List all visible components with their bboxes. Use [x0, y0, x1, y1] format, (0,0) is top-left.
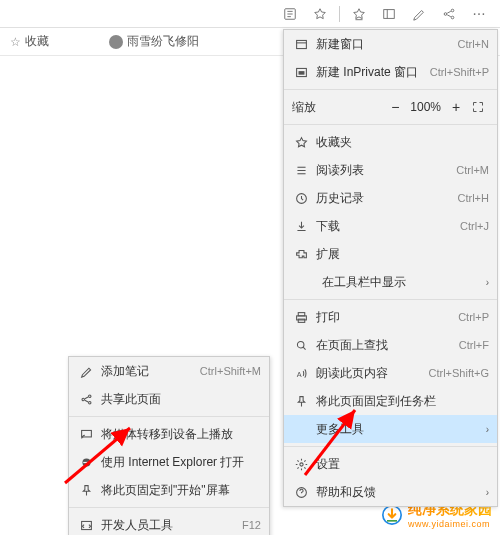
zoom-label: 缩放 — [292, 99, 316, 116]
menu-separator — [284, 124, 497, 125]
svg-point-12 — [483, 13, 485, 15]
menu-downloads[interactable]: 下载 Ctrl+J — [284, 212, 497, 240]
bookmark-user[interactable]: 雨雪纷飞修阳 — [109, 33, 199, 50]
more-tools-submenu: 添加笔记 Ctrl+Shift+M 共享此页面 将媒体转移到设备上播放 使用 I… — [68, 356, 270, 535]
menu-label: 扩展 — [316, 246, 489, 263]
avatar-icon — [109, 35, 123, 49]
bookmark-label: 雨雪纷飞修阳 — [127, 33, 199, 50]
read-aloud-icon: A — [292, 367, 310, 380]
menu-extensions[interactable]: 扩展 — [284, 240, 497, 268]
toolbar-separator — [339, 6, 340, 22]
reading-view-button[interactable] — [275, 0, 305, 28]
share-button[interactable] — [434, 0, 464, 28]
ie-icon — [77, 456, 95, 469]
menu-separator — [69, 416, 269, 417]
notes-icon — [77, 365, 95, 378]
menu-label: 新建窗口 — [316, 36, 458, 53]
menu-pin-taskbar[interactable]: 将此页面固定到任务栏 — [284, 387, 497, 415]
zoom-in-button[interactable]: + — [445, 96, 467, 118]
chevron-right-icon: › — [486, 424, 489, 435]
submenu-devtools[interactable]: 开发人员工具 F12 — [69, 511, 269, 535]
zoom-out-button[interactable]: − — [384, 96, 406, 118]
menu-find[interactable]: 在页面上查找 Ctrl+F — [284, 331, 497, 359]
browser-toolbar — [0, 0, 500, 28]
submenu-pin-start[interactable]: 将此页固定到"开始"屏幕 — [69, 476, 269, 504]
menu-label: 添加笔记 — [101, 363, 200, 380]
menu-label: 历史记录 — [316, 190, 458, 207]
menu-shortcut: F12 — [242, 519, 261, 531]
menu-label: 将此页面固定到任务栏 — [316, 393, 489, 410]
menu-separator — [69, 507, 269, 508]
menu-print[interactable]: 打印 Ctrl+P — [284, 303, 497, 331]
svg-line-33 — [84, 400, 87, 402]
star-icon — [292, 136, 310, 149]
menu-shortcut: Ctrl+Shift+G — [428, 367, 489, 379]
menu-separator — [284, 89, 497, 90]
svg-point-7 — [451, 9, 454, 12]
menu-label: 共享此页面 — [101, 391, 261, 408]
menu-label: 收藏夹 — [316, 134, 489, 151]
menu-label: 在工具栏中显示 — [322, 274, 482, 291]
menu-read-aloud[interactable]: A 朗读此页内容 Ctrl+Shift+G — [284, 359, 497, 387]
svg-rect-16 — [299, 71, 304, 73]
menu-more-tools[interactable]: 更多工具 › — [284, 415, 497, 443]
menu-shortcut: Ctrl+F — [459, 339, 489, 351]
svg-point-24 — [297, 341, 304, 348]
reading-icon — [292, 164, 310, 177]
bookmark-favorites[interactable]: ☆ 收藏 — [10, 33, 49, 50]
submenu-share[interactable]: 共享此页面 — [69, 385, 269, 413]
print-icon — [292, 311, 310, 324]
zoom-value: 100% — [406, 100, 445, 114]
menu-settings[interactable]: 设置 — [284, 450, 497, 478]
menu-shortcut: Ctrl+P — [458, 311, 489, 323]
main-menu: 新建窗口 Ctrl+N 新建 InPrivate 窗口 Ctrl+Shift+P… — [283, 29, 498, 507]
chevron-right-icon: › — [486, 277, 489, 288]
download-icon — [292, 220, 310, 233]
submenu-add-notes[interactable]: 添加笔记 Ctrl+Shift+M — [69, 357, 269, 385]
menu-label: 将媒体转移到设备上播放 — [101, 426, 261, 443]
bookmark-label: 收藏 — [25, 33, 49, 50]
menu-help[interactable]: 帮助和反馈 › — [284, 478, 497, 506]
more-menu-button[interactable] — [464, 0, 494, 28]
menu-shortcut: Ctrl+Shift+M — [200, 365, 261, 377]
notes-button[interactable] — [404, 0, 434, 28]
watermark-url: www.yidaimei.com — [408, 519, 492, 529]
inprivate-icon — [292, 66, 310, 79]
svg-point-29 — [88, 395, 90, 397]
svg-line-32 — [84, 397, 87, 399]
menu-label: 将此页固定到"开始"屏幕 — [101, 482, 261, 499]
devtools-icon — [77, 519, 95, 532]
menu-shortcut: Ctrl+H — [458, 192, 489, 204]
menu-history[interactable]: 历史记录 Ctrl+H — [284, 184, 497, 212]
svg-point-27 — [299, 462, 302, 465]
menu-shortcut: Ctrl+Shift+P — [430, 66, 489, 78]
menu-favorites[interactable]: 收藏夹 — [284, 128, 497, 156]
svg-line-25 — [303, 347, 305, 349]
svg-rect-13 — [296, 40, 306, 48]
menu-label: 更多工具 — [316, 421, 482, 438]
svg-point-11 — [478, 13, 480, 15]
submenu-cast[interactable]: 将媒体转移到设备上播放 — [69, 420, 269, 448]
menu-label: 新建 InPrivate 窗口 — [316, 64, 430, 81]
svg-rect-23 — [298, 319, 305, 322]
fullscreen-button[interactable] — [467, 96, 489, 118]
extension-icon — [292, 248, 310, 261]
menu-new-window[interactable]: 新建窗口 Ctrl+N — [284, 30, 497, 58]
svg-point-10 — [474, 13, 476, 15]
menu-label: 朗读此页内容 — [316, 365, 428, 382]
menu-new-inprivate[interactable]: 新建 InPrivate 窗口 Ctrl+Shift+P — [284, 58, 497, 86]
history-icon — [292, 192, 310, 205]
menu-show-in-toolbar[interactable]: 在工具栏中显示 › — [284, 268, 497, 296]
settings-icon — [292, 458, 310, 471]
menu-label: 开发人员工具 — [101, 517, 242, 534]
favorites-bar-button[interactable] — [344, 0, 374, 28]
menu-separator — [284, 299, 497, 300]
svg-rect-5 — [384, 9, 395, 18]
submenu-open-ie[interactable]: 使用 Internet Explorer 打开 — [69, 448, 269, 476]
menu-separator — [284, 446, 497, 447]
favorite-button[interactable] — [305, 0, 335, 28]
hub-button[interactable] — [374, 0, 404, 28]
menu-reading-list[interactable]: 阅读列表 Ctrl+M — [284, 156, 497, 184]
menu-label: 使用 Internet Explorer 打开 — [101, 454, 261, 471]
help-icon — [292, 486, 310, 499]
